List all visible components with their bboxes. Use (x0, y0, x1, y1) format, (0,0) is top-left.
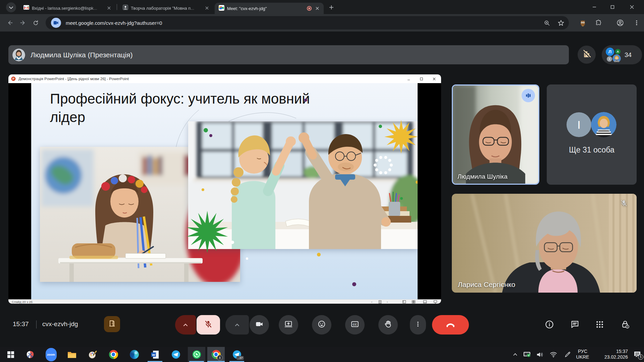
video-tile-participant[interactable]: Лариса Сергієнко (452, 194, 637, 293)
slide-title: Професійний фокус: учитель як мовний лід… (50, 90, 315, 126)
tray-notifications-button[interactable]: 5 (632, 347, 643, 362)
powerpoint-window-title: Демонстрація PowerPoint - [День рідної м… (18, 77, 129, 81)
tray-volume-icon[interactable] (535, 347, 545, 362)
building-slash-icon (582, 49, 591, 60)
host-controls-button[interactable] (620, 319, 631, 330)
captions-icon: CC (351, 320, 359, 330)
window-minimize-button[interactable] (587, 0, 602, 14)
end-call-button[interactable] (432, 315, 469, 335)
telegram-icon: ..37 (232, 350, 241, 359)
participant-avatars: Л A I (605, 47, 622, 63)
video-tile-others[interactable]: I Ще 31 особа (547, 84, 637, 185)
camera-button[interactable] (250, 315, 269, 335)
taskbar-chrome[interactable] (105, 347, 122, 362)
taskbar-edge[interactable] (125, 347, 143, 362)
camera-permission-icon[interactable] (51, 18, 61, 28)
tab-close-icon[interactable] (204, 5, 210, 11)
door-icon (108, 319, 116, 329)
powerpoint-icon: P (11, 76, 16, 81)
taskbar-paint[interactable] (84, 347, 101, 362)
captions-button[interactable]: CC (345, 315, 365, 335)
tab-close-icon[interactable] (314, 5, 320, 11)
taskbar-whatsapp[interactable] (188, 347, 205, 362)
presenter-name: Людмила Шуліка (Презентація) (31, 51, 132, 59)
avatar-initial-blue: Л (606, 48, 614, 56)
extension-owl-icon[interactable] (579, 19, 587, 27)
taskbar-file-explorer[interactable] (63, 347, 80, 362)
reactions-button[interactable] (312, 315, 331, 335)
extensions-puzzle-icon[interactable] (594, 19, 602, 27)
bookmark-star-icon[interactable] (557, 19, 565, 27)
grid-icon (595, 320, 604, 329)
zoom-level-icon[interactable] (543, 19, 551, 27)
tray-display-icon[interactable] (522, 347, 533, 362)
svg-text:CC: CC (353, 323, 357, 326)
mic-off-icon (204, 320, 213, 330)
address-bar[interactable]: meet.google.com/cvx-ezvh-jdg?authuser=0 (46, 16, 569, 29)
tab-creative-lab[interactable]: Творча лабораторія "Мовна п... (119, 2, 213, 14)
tab-close-icon[interactable] (106, 5, 112, 11)
window-close-button[interactable] (624, 0, 640, 14)
participant-count: 34 (625, 51, 632, 59)
decor-dot (209, 134, 212, 137)
chevron-up-icon (235, 323, 239, 326)
taskbar-telegram[interactable] (167, 347, 184, 362)
taskbar-chrome-active[interactable] (207, 347, 225, 362)
keyboard-lang: РУС (572, 349, 593, 354)
meeting-room-button[interactable] (104, 316, 120, 332)
taskbar-zoom-app[interactable]: zoom (42, 347, 60, 362)
avatar-photo (612, 54, 621, 63)
tray-show-hidden-button[interactable] (510, 347, 521, 362)
powerpoint-titlebar: P Демонстрація PowerPoint - [День рідної… (8, 74, 441, 83)
taskbar-snipping-tool[interactable] (21, 347, 39, 362)
next-slide-icon: › (387, 300, 388, 304)
tray-language-indicator[interactable]: РУС UKRE (572, 349, 593, 360)
presenter-avatar (12, 49, 25, 61)
plus-icon (329, 5, 334, 10)
tray-pen-icon[interactable] (562, 347, 573, 362)
new-tab-button[interactable] (327, 3, 336, 12)
more-vertical-icon (415, 321, 421, 328)
windows-logo-icon (7, 351, 14, 358)
decor-dot (400, 197, 403, 200)
ppt-restore-icon (416, 74, 426, 83)
tray-wifi-icon[interactable] (548, 347, 559, 362)
mic-mute-button[interactable] (197, 315, 220, 335)
start-button[interactable] (2, 347, 19, 362)
mic-options-button[interactable] (175, 315, 196, 335)
profile-tab-icon (123, 5, 128, 11)
participants-button[interactable]: Л A I 34 (602, 45, 642, 64)
tab-meet-active[interactable]: Meet: "cvx-ezvh-jdg" (215, 3, 324, 14)
video-tile-speaker[interactable]: Людмила Шуліка (452, 84, 539, 185)
window-maximize-button[interactable] (605, 0, 620, 14)
raise-hand-button[interactable] (378, 315, 398, 335)
tray-clock[interactable]: 15:37 23.02.2026 (596, 349, 628, 360)
camera-options-button[interactable] (225, 315, 249, 335)
chat-button[interactable] (570, 319, 580, 330)
chevron-down-icon (9, 4, 13, 10)
tab-gmail[interactable]: Вхідні - larissa.sergienko@lispk... (19, 2, 115, 14)
present-button[interactable] (279, 315, 298, 335)
tab-search-button[interactable] (6, 2, 16, 12)
profile-avatar-button[interactable] (616, 19, 624, 27)
taskbar-telegram-2[interactable]: ..37 (228, 347, 246, 362)
meeting-details-button[interactable] (544, 319, 555, 330)
others-avatar-initial: I (567, 112, 591, 137)
chrome-icon (212, 350, 221, 359)
more-options-button[interactable] (410, 315, 426, 335)
reload-button[interactable] (31, 18, 40, 27)
others-count-label: Ще 31 особа (547, 145, 637, 155)
forward-button[interactable] (18, 18, 28, 27)
tab-separator (117, 4, 117, 10)
organization-disabled-button[interactable] (578, 46, 596, 64)
avatar-initial-gray: I (607, 56, 612, 62)
tile-name: Лариса Сергієнко (458, 281, 515, 289)
presentation-tile[interactable]: P Демонстрація PowerPoint - [День рідної… (8, 74, 441, 304)
browser-menu-icon[interactable] (633, 19, 641, 27)
activities-button[interactable] (594, 319, 605, 330)
decor-dot (202, 188, 204, 191)
browser-tab-strip: Вхідні - larissa.sergienko@lispk... Твор… (0, 0, 644, 14)
taskbar-word[interactable]: W (146, 347, 164, 362)
present-screen-icon (284, 320, 293, 330)
back-button[interactable] (5, 18, 15, 27)
